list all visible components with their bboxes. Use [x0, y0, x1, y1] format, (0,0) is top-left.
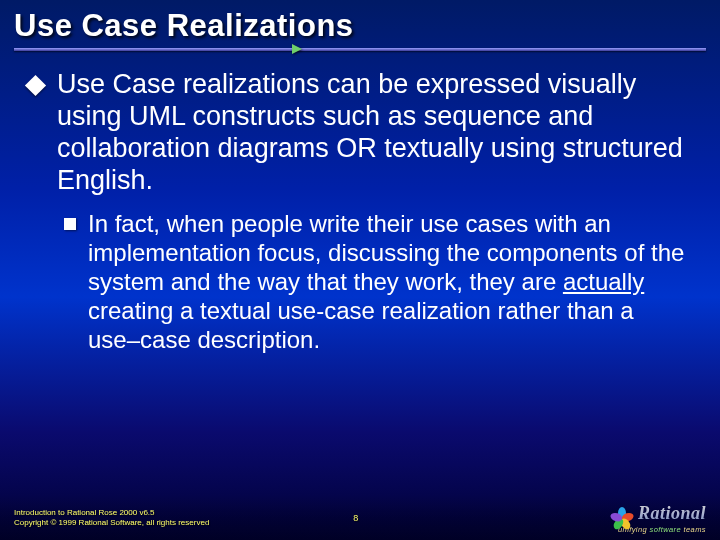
footer-line1: Introduction to Rational Rose 2000 v6.5 [14, 508, 209, 518]
diamond-bullet-icon [25, 75, 46, 96]
footer-credits: Introduction to Rational Rose 2000 v6.5 … [14, 508, 209, 528]
arrow-icon [292, 44, 302, 54]
tagline-highlight: software [650, 525, 682, 534]
rule-line [14, 48, 706, 51]
sub-bullet-item: In fact, when people write their use cas… [64, 210, 692, 354]
title-bar: Use Case Realizations [0, 0, 720, 48]
sub-text-post: creating a textual use-case realization … [88, 297, 634, 353]
sub-bullet-text: In fact, when people write their use cas… [88, 210, 692, 354]
footer-line2: Copyright © 1999 Rational Software, all … [14, 518, 209, 528]
sub-text-underlined: actually [563, 268, 644, 295]
square-bullet-icon [64, 218, 76, 230]
footer: Introduction to Rational Rose 2000 v6.5 … [0, 496, 720, 540]
bullet-text: Use Case realizations can be expressed v… [57, 69, 692, 196]
brand-tagline: unifying software teams [618, 525, 706, 534]
page-number: 8 [209, 513, 612, 523]
content-area: Use Case realizations can be expressed v… [0, 59, 720, 354]
rational-logo-icon [612, 503, 632, 523]
brand-block: Rational unifying software teams [612, 503, 706, 534]
brand-name: Rational [638, 503, 706, 524]
logo-row: Rational [612, 503, 706, 524]
slide-title: Use Case Realizations [14, 8, 706, 44]
tagline-post: teams [681, 525, 706, 534]
title-underline [0, 48, 720, 59]
bullet-item: Use Case realizations can be expressed v… [28, 69, 692, 196]
